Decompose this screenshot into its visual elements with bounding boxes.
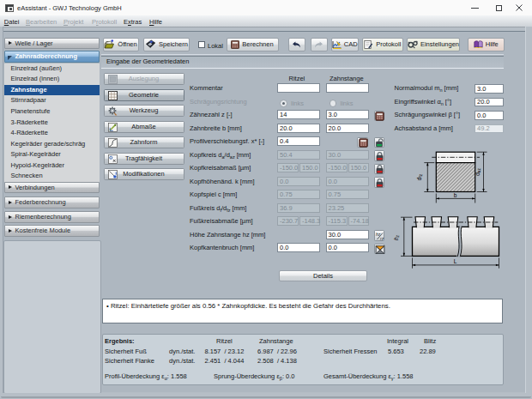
svg-text:rz: rz: [380, 236, 384, 241]
svg-text:dfz: dfz: [416, 173, 423, 180]
svg-text:b: b: [454, 192, 457, 198]
svg-text:L: L: [454, 258, 457, 264]
svg-text:hz: hz: [393, 234, 400, 240]
